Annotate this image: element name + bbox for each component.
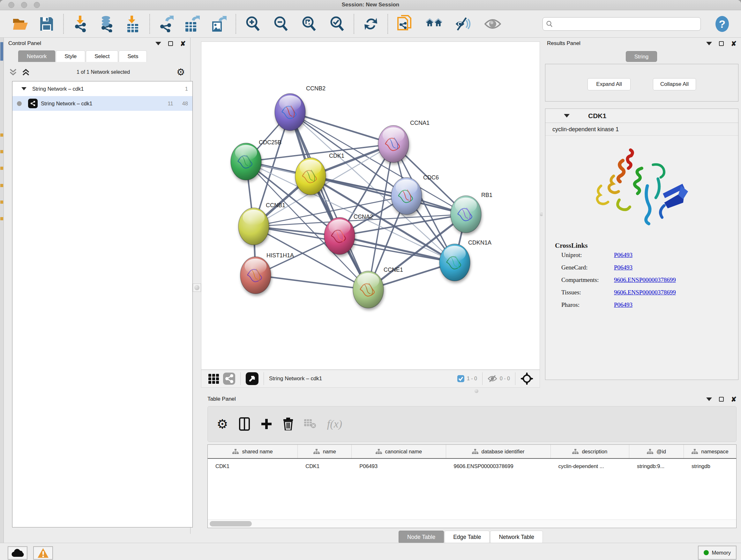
panel-float-icon[interactable] [719, 397, 724, 401]
tab-edge-table[interactable]: Edge Table [445, 531, 489, 543]
network-node-CCNB1[interactable]: CCNB1 [239, 202, 285, 245]
delete-table-icon[interactable] [304, 419, 316, 429]
search-input[interactable] [553, 21, 697, 27]
crosslink-link[interactable]: P06493 [614, 252, 632, 259]
table-horizontal-scrollbar[interactable] [208, 519, 736, 528]
tab-select[interactable]: Select [86, 51, 118, 62]
network-edge-CCNA2-CDKN1A[interactable] [340, 236, 455, 262]
table-row[interactable]: CDK1 CDK1 P06493 9606.ENSP00000378699 cy… [208, 459, 736, 474]
show-columns-icon[interactable] [239, 417, 250, 431]
function-builder-icon[interactable]: f(x) [327, 418, 342, 430]
tab-style[interactable]: Style [56, 51, 85, 62]
collection-expand-icon[interactable] [21, 87, 26, 90]
crosslink-link[interactable]: P06493 [614, 301, 632, 308]
save-session-icon[interactable] [38, 16, 55, 32]
search-box[interactable] [542, 17, 701, 30]
cloud-status-button[interactable] [8, 546, 27, 560]
network-share-view-icon[interactable] [223, 373, 235, 385]
panel-float-icon[interactable] [719, 41, 724, 46]
hide-selected-icon[interactable] [455, 16, 472, 32]
collapse-all-button[interactable]: Collapse All [653, 78, 696, 90]
network-edge-HIST1H1A-CCNE1[interactable] [256, 275, 368, 290]
first-neighbors-icon[interactable] [426, 16, 442, 32]
hidden-eye-icon[interactable] [488, 375, 497, 382]
network-node-CCNB2[interactable]: CCNB2 [275, 85, 326, 131]
tab-node-table[interactable]: Node Table [399, 531, 444, 543]
cell-namespace[interactable]: stringdb [684, 459, 736, 474]
cell-name[interactable]: CDK1 [298, 459, 352, 474]
network-node-CDC25B[interactable]: CDC25B [231, 139, 281, 180]
add-column-icon[interactable] [261, 418, 272, 430]
crosslink-link[interactable]: 9606.ENSP00000378699 [614, 276, 676, 284]
main-toolbar: ? [0, 10, 741, 38]
tab-network-table[interactable]: Network Table [490, 531, 543, 543]
panel-menu-icon[interactable] [706, 397, 712, 401]
table-panel: Table Panel ✘ ⚙ f(x) shared name name [201, 393, 741, 540]
panel-close-icon[interactable]: ✘ [731, 40, 737, 47]
refresh-layout-icon[interactable] [362, 16, 379, 32]
network-share-icon [28, 99, 38, 108]
import-network-from-database-icon[interactable] [98, 16, 115, 32]
warning-icon [37, 548, 49, 558]
network-node-RB1[interactable]: RB1 [451, 192, 492, 233]
tab-sets[interactable]: Sets [119, 51, 147, 62]
import-network-from-file-icon[interactable] [72, 16, 89, 32]
viewbar-divider [482, 372, 482, 385]
help-button[interactable]: ? [715, 16, 730, 32]
expand-all-button[interactable]: Expand All [588, 78, 630, 90]
crosslink-link[interactable]: 9606.ENSP00000378699 [614, 289, 676, 296]
expand-all-networks-icon[interactable] [22, 68, 30, 76]
network-options-gear-icon[interactable]: ⚙ [177, 67, 185, 77]
column-type-icon [572, 449, 579, 454]
crosslink-link[interactable]: P06493 [614, 264, 632, 271]
gene-section-expand-icon[interactable] [564, 114, 569, 118]
panel-close-icon[interactable]: ✘ [180, 40, 186, 47]
show-all-icon[interactable] [484, 16, 501, 32]
left-splitter-handle[interactable] [193, 284, 201, 292]
panel-close-icon[interactable]: ✘ [731, 396, 737, 402]
open-session-icon[interactable] [12, 16, 29, 32]
cell-database-identifier[interactable]: 9606.ENSP00000378699 [446, 459, 550, 474]
bottom-splitter-handle[interactable] [473, 389, 480, 393]
network-node-CDKN1A[interactable]: CDKN1A [440, 240, 491, 281]
network-node-CDK1[interactable]: CDK1 [295, 152, 344, 195]
birdseye-view-icon[interactable] [246, 372, 259, 385]
collapse-all-networks-icon[interactable] [9, 68, 17, 76]
export-table-icon[interactable] [185, 16, 201, 32]
cell-id[interactable]: stringdb:9... [629, 459, 684, 474]
fit-content-icon[interactable] [300, 16, 317, 32]
status-bar: Memory [0, 543, 741, 560]
warnings-button[interactable] [33, 546, 53, 560]
cell-canonical-name[interactable]: P06493 [352, 459, 446, 474]
panel-float-icon[interactable] [168, 41, 173, 46]
tab-string[interactable]: String [626, 51, 657, 62]
panel-menu-icon[interactable] [155, 42, 161, 45]
selected-checkbox-icon[interactable] [457, 375, 464, 382]
fit-selected-crosshair-icon[interactable] [521, 372, 533, 385]
table-settings-gear-icon[interactable]: ⚙ [217, 418, 228, 430]
network-node-CCNA1[interactable]: CCNA1 [378, 120, 429, 163]
delete-column-trash-icon[interactable] [283, 418, 293, 430]
network-node-HIST1H1A[interactable]: HIST1H1A [240, 252, 294, 294]
clone-network-icon[interactable] [396, 16, 413, 32]
export-network-icon[interactable] [158, 16, 175, 32]
memory-button[interactable]: Memory [698, 546, 737, 560]
network-row[interactable]: String Network – cdk1 11 48 [12, 96, 192, 111]
scrollbar-thumb[interactable] [210, 521, 252, 526]
network-edge-CCNB2-CCNA1[interactable] [290, 112, 394, 144]
network-collection-row[interactable]: String Network – cdk1 1 [12, 81, 192, 96]
cell-description[interactable]: cyclin-dependent ... [550, 459, 629, 474]
network-canvas[interactable]: CCNB2CCNA1CDC25BCDK1CDC6RB1CCNB1CCNA2CDK… [201, 42, 540, 370]
grid-view-icon[interactable] [208, 373, 219, 384]
tab-network[interactable]: Network [18, 51, 55, 62]
cell-shared-name[interactable]: CDK1 [208, 459, 298, 474]
network-edge-CDK1-RB1[interactable] [311, 176, 466, 214]
panel-menu-icon[interactable] [706, 42, 712, 45]
zoom-selected-icon[interactable] [329, 16, 345, 32]
zoom-out-icon[interactable] [273, 16, 289, 32]
import-table-from-file-icon[interactable] [125, 16, 141, 32]
zoom-in-icon[interactable] [245, 16, 261, 32]
export-image-icon[interactable] [211, 16, 227, 32]
network-edge-CCNB2-CCNE1[interactable] [290, 112, 368, 290]
network-edge-count: 48 [182, 101, 188, 107]
